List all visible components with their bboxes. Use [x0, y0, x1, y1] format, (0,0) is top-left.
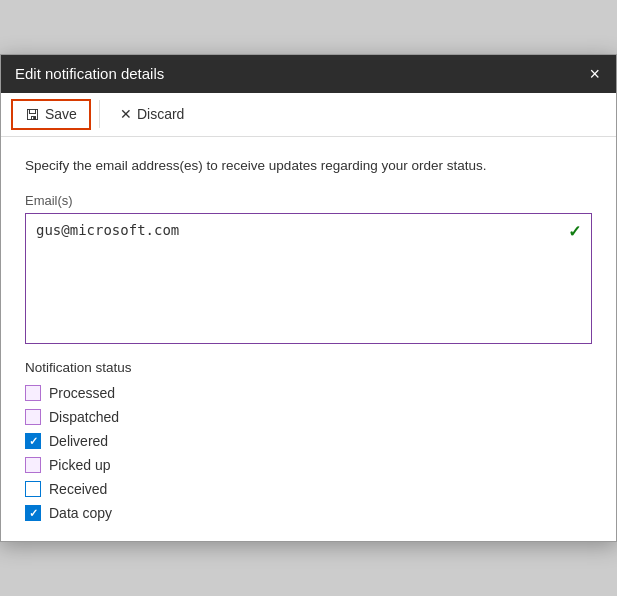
toolbar: 🖫 Save ✕ Discard: [1, 93, 616, 137]
checkbox-received[interactable]: [25, 481, 41, 497]
checkbox-label-pickedup: Picked up: [49, 457, 110, 473]
save-button[interactable]: 🖫 Save: [11, 99, 91, 130]
email-input-wrapper: gus@microsoft.com ✓: [25, 213, 592, 344]
save-label: Save: [45, 106, 77, 122]
checkbox-label-datacopy: Data copy: [49, 505, 112, 521]
checkbox-label-delivered: Delivered: [49, 433, 108, 449]
discard-icon: ✕: [120, 106, 132, 122]
checkbox-label-received: Received: [49, 481, 107, 497]
checkbox-label-dispatched: Dispatched: [49, 409, 119, 425]
email-valid-icon: ✓: [568, 222, 581, 241]
list-item: Data copy: [25, 505, 592, 521]
email-field-label: Email(s): [25, 193, 592, 208]
discard-button[interactable]: ✕ Discard: [108, 101, 196, 127]
email-input[interactable]: gus@microsoft.com: [36, 222, 561, 332]
discard-label: Discard: [137, 106, 184, 122]
notification-status-heading: Notification status: [25, 360, 592, 375]
close-button[interactable]: ×: [587, 65, 602, 83]
list-item: Delivered: [25, 433, 592, 449]
description-text: Specify the email address(es) to receive…: [25, 157, 592, 176]
dialog-header: Edit notification details ×: [1, 55, 616, 93]
save-icon: 🖫: [25, 106, 40, 123]
list-item: Processed: [25, 385, 592, 401]
list-item: Picked up: [25, 457, 592, 473]
checkbox-label-processed: Processed: [49, 385, 115, 401]
dialog-body: Specify the email address(es) to receive…: [1, 137, 616, 542]
list-item: Received: [25, 481, 592, 497]
dialog-title: Edit notification details: [15, 65, 164, 82]
checkbox-processed[interactable]: [25, 385, 41, 401]
checkbox-delivered[interactable]: [25, 433, 41, 449]
list-item: Dispatched: [25, 409, 592, 425]
edit-notification-dialog: Edit notification details × 🖫 Save ✕ Dis…: [0, 54, 617, 543]
checkbox-datacopy[interactable]: [25, 505, 41, 521]
checkbox-list: Processed Dispatched Delivered Picked up…: [25, 385, 592, 521]
checkbox-pickedup[interactable]: [25, 457, 41, 473]
checkbox-dispatched[interactable]: [25, 409, 41, 425]
toolbar-separator: [99, 100, 100, 128]
